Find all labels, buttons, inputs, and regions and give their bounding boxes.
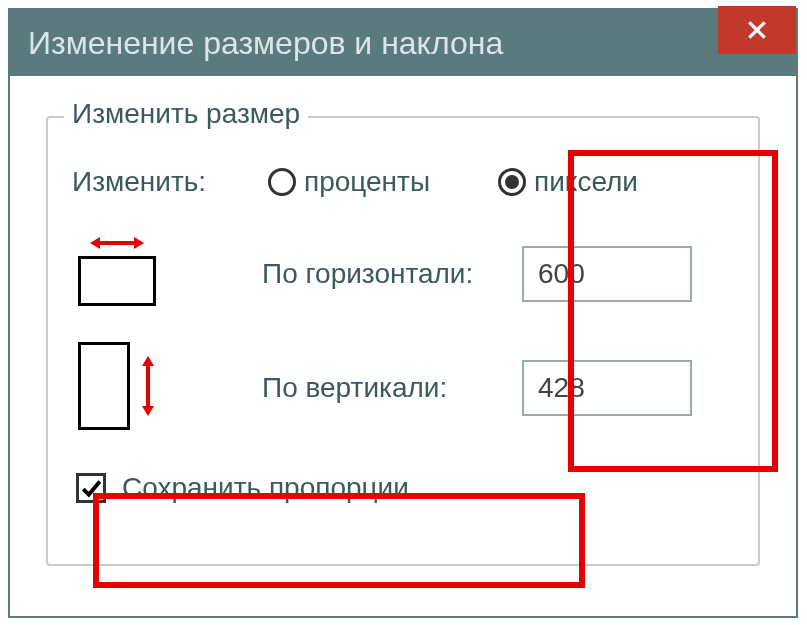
- close-icon: [746, 19, 768, 41]
- vertical-label: По вертикали:: [262, 371, 522, 405]
- dialog-body: Изменить размер Изменить: проценты пиксе…: [10, 76, 796, 586]
- vertical-resize-icon: [72, 338, 182, 438]
- svg-marker-6: [142, 356, 154, 366]
- radio-circle-icon: [268, 168, 296, 196]
- svg-marker-7: [142, 406, 154, 416]
- vertical-row: По вертикали: 428: [72, 338, 734, 438]
- titlebar: Изменение размеров и наклона: [10, 10, 796, 76]
- units-label: Изменить:: [72, 166, 262, 198]
- units-radio-group: проценты пиксели: [262, 162, 734, 202]
- horizontal-resize-icon: [72, 234, 162, 314]
- group-legend: Изменить размер: [64, 98, 308, 130]
- resize-skew-dialog: Изменение размеров и наклона Изменить ра…: [8, 8, 798, 618]
- window-title: Изменение размеров и наклона: [28, 25, 503, 62]
- horizontal-label: По горизонтали:: [262, 257, 522, 291]
- close-button[interactable]: [718, 6, 796, 54]
- horizontal-value: 600: [538, 258, 585, 290]
- keep-aspect-label: Сохранить пропорции: [122, 472, 409, 504]
- vertical-input[interactable]: 428: [522, 360, 692, 416]
- vertical-value: 428: [538, 372, 585, 404]
- keep-aspect-checkbox[interactable]: Сохранить пропорции: [76, 472, 734, 504]
- svg-marker-3: [90, 237, 100, 249]
- radio-percent-label: проценты: [304, 166, 430, 198]
- radio-pixels[interactable]: пиксели: [492, 162, 644, 202]
- horizontal-input[interactable]: 600: [522, 246, 692, 302]
- radio-circle-icon: [498, 168, 526, 196]
- radio-percent[interactable]: проценты: [262, 162, 436, 202]
- checkbox-icon: [76, 473, 106, 503]
- radio-pixels-label: пиксели: [534, 166, 638, 198]
- svg-marker-4: [134, 237, 144, 249]
- units-row: Изменить: проценты пиксели: [72, 162, 734, 202]
- horizontal-row: По горизонтали: 600: [72, 234, 734, 314]
- resize-group: Изменить размер Изменить: проценты пиксе…: [46, 116, 760, 566]
